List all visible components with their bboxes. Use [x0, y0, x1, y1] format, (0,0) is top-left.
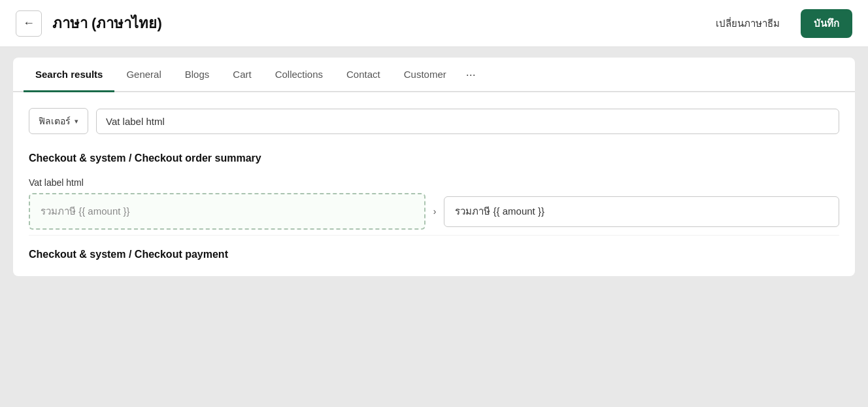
filter-row: ฟิลเตอร์ ▾ — [29, 108, 839, 134]
tabs-more-button[interactable]: ··· — [458, 58, 484, 92]
section-heading-2: Checkout & system / Checkout payment — [29, 235, 839, 260]
arrow-icon: › — [433, 206, 437, 217]
chevron-down-icon: ▾ — [75, 117, 78, 126]
source-field: รวมภาษี {{ amount }} — [29, 193, 426, 230]
section-checkout-order-summary: Checkout & system / Checkout order summa… — [29, 152, 839, 230]
tab-contact[interactable]: Contact — [335, 58, 392, 92]
tab-customer[interactable]: Customer — [392, 58, 458, 92]
save-button[interactable]: บันทึก — [801, 9, 852, 38]
field-label: Vat label html — [29, 177, 839, 188]
tab-search-results[interactable]: Search results — [24, 58, 114, 92]
content-area: ฟิลเตอร์ ▾ Checkout & system / Checkout … — [13, 92, 855, 276]
tabs-bar: Search results General Blogs Cart Collec… — [13, 58, 855, 92]
target-field[interactable] — [444, 196, 839, 227]
page-title: ภาษา (ภาษาไทย) — [52, 12, 705, 35]
search-input[interactable] — [96, 109, 839, 134]
filter-label: ฟิลเตอร์ — [39, 114, 71, 128]
tab-blogs[interactable]: Blogs — [173, 58, 222, 92]
section-heading-1: Checkout & system / Checkout order summa… — [29, 152, 839, 164]
change-language-link[interactable]: เปลี่ยนภาษาธีม — [716, 16, 780, 31]
main-content: Search results General Blogs Cart Collec… — [0, 47, 868, 407]
tab-collections[interactable]: Collections — [263, 58, 335, 92]
tab-cart[interactable]: Cart — [221, 58, 263, 92]
page-header: ← ภาษา (ภาษาไทย) เปลี่ยนภาษาธีม บันทึก — [0, 0, 868, 47]
back-button[interactable]: ← — [16, 10, 42, 37]
translation-row: รวมภาษี {{ amount }} › — [29, 193, 839, 230]
filter-button[interactable]: ฟิลเตอร์ ▾ — [29, 108, 88, 134]
tab-general[interactable]: General — [114, 58, 173, 92]
